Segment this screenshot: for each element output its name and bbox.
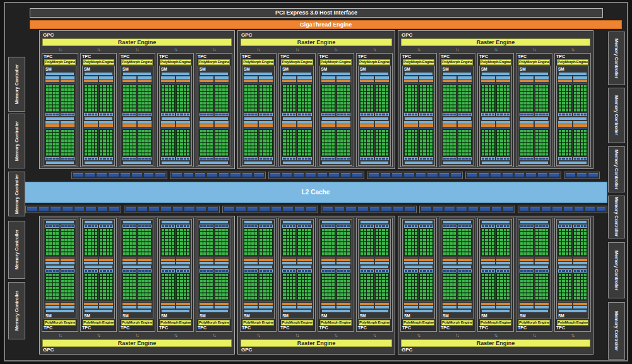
cuda-core [328,280,331,283]
cuda-core [450,109,453,111]
cuda-core [443,242,446,245]
load-store-unit [184,114,186,115]
warp-scheduler-bar [419,303,433,305]
core-grid [176,273,190,301]
tpc-label: TPC [358,326,391,331]
core-grid [45,129,59,157]
cuda-core [581,130,583,132]
load-store-unit [218,270,221,272]
load-store-row [496,157,510,160]
cuda-core [562,88,564,91]
load-store-unit [61,270,64,272]
cuda-core [569,293,571,296]
load-store-unit [200,270,203,272]
cuda-core [520,293,523,296]
cuda-core [203,146,206,149]
cuda-core [325,102,328,105]
load-store-row [215,269,229,273]
cuda-core [331,290,334,293]
cuda-core [500,139,503,142]
gpc-2: GPCRaster Engine↑↓↑↓↑↓↑↓TPCPolyMorph Eng… [237,30,395,169]
load-store-unit [489,225,491,227]
load-store-unit [382,225,385,227]
cuda-core [367,287,369,290]
cuda-core [290,146,292,149]
sm-shared-bar [46,221,74,223]
cuda-core [458,98,461,101]
cuda-core [145,153,148,156]
cuda-core [130,109,133,111]
cuda-core [458,280,461,283]
cuda-core [148,92,151,95]
cuda-core [266,150,269,152]
cuda-core [412,95,414,98]
cuda-core [504,242,506,245]
cuda-core [305,252,307,255]
cuda-core [492,297,494,300]
cuda-core [169,287,171,290]
cuda-core [56,287,59,290]
cuda-core [145,242,148,245]
cuda-core [420,274,422,276]
cuda-core [520,274,523,276]
sm-label: SM [481,67,510,71]
cuda-core [382,249,385,252]
load-store-unit [569,225,571,227]
cuda-core [535,85,538,88]
load-store-row [404,269,418,273]
cuda-core [53,236,56,238]
core-grid [244,85,258,112]
core-grid [496,273,510,301]
load-store-unit [382,270,385,272]
core-grid [84,273,98,301]
cuda-core [539,293,541,296]
cuda-core [497,280,499,283]
cuda-core [263,239,265,242]
cuda-core [49,290,52,293]
cuda-core [123,88,126,91]
cuda-core [535,133,538,136]
warp-scheduler-bar [99,79,113,82]
load-store-unit [266,225,269,227]
gpc-label: GPC [42,32,232,38]
memory-controller-label: Memory Controller [614,311,619,351]
sm-partition [215,225,229,264]
cuda-core [367,283,369,286]
cuda-core [520,92,523,95]
cuda-core [180,88,182,91]
tpc-row: TPCPolyMorph EngineSMTPCPolyMorph Engine… [400,218,591,332]
load-store-row [161,113,175,116]
cuda-core [482,287,484,290]
cuda-core [453,133,456,136]
cuda-core [107,143,109,146]
load-store-unit [218,158,221,160]
cuda-core [110,105,112,108]
cuda-core [225,88,228,91]
cuda-core [187,109,189,111]
tpc: TPCPolyMorph EngineSM [554,53,591,167]
cuda-core [423,280,426,283]
up-down-arrows-icon: ↑↓ [356,332,393,338]
cuda-core [566,105,568,108]
cuda-core [103,287,105,290]
cuda-core [443,105,446,108]
cuda-core [130,146,133,149]
cuda-core [559,92,561,95]
cuda-core [485,85,487,88]
cuda-core [584,277,587,279]
cuda-core [386,98,388,101]
cuda-core [126,98,129,101]
cuda-core [577,133,580,136]
cuda-core [218,136,221,139]
load-store-row [458,113,472,116]
cuda-core [347,95,349,98]
cuda-core [566,85,568,88]
load-store-unit [287,225,289,227]
cuda-core [88,130,90,132]
cuda-core [465,277,468,279]
cuda-core [504,249,506,252]
cuda-core [251,139,254,142]
load-store-unit [562,225,564,227]
cuda-core [325,109,328,111]
cuda-core [270,98,272,101]
